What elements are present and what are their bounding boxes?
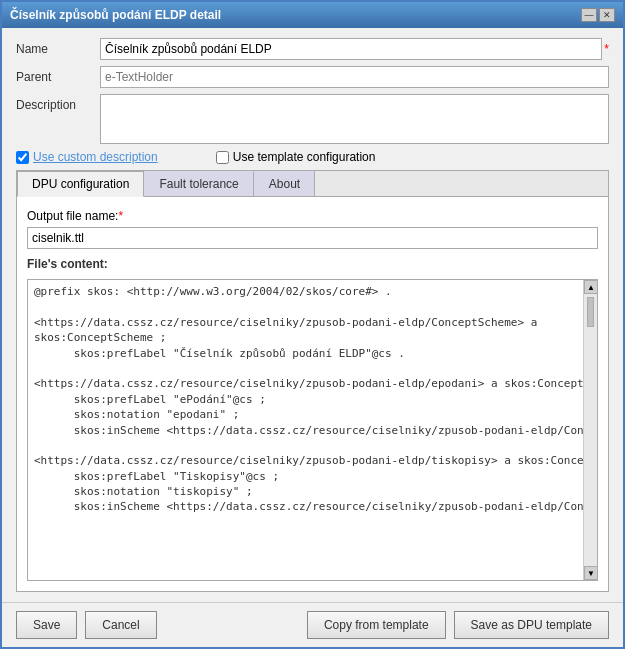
copy-from-template-button[interactable]: Copy from template — [307, 611, 446, 639]
footer-buttons: Save Cancel Copy from template Save as D… — [2, 602, 623, 647]
tab-content-dpu: Output file name:* File's content: ▲ ▼ — [17, 197, 608, 591]
output-filename-row: Output file name:* — [27, 209, 598, 249]
window-controls: — ✕ — [581, 8, 615, 22]
use-custom-desc-label[interactable]: Use custom description — [33, 150, 158, 164]
close-button[interactable]: ✕ — [599, 8, 615, 22]
name-label: Name — [16, 38, 94, 56]
name-input-wrapper: * — [100, 38, 609, 60]
save-as-dpu-template-button[interactable]: Save as DPU template — [454, 611, 609, 639]
minimize-button[interactable]: — — [581, 8, 597, 22]
parent-label: Parent — [16, 66, 94, 84]
tab-about[interactable]: About — [254, 171, 315, 196]
output-file-input[interactable] — [27, 227, 598, 249]
tabs-header: DPU configuration Fault tolerance About — [17, 171, 608, 197]
tabs-section: DPU configuration Fault tolerance About … — [16, 170, 609, 592]
content-area: Name * Parent Description Use custom des… — [2, 28, 623, 602]
titlebar: Číselník způsobů podání ELDP detail — ✕ — [2, 2, 623, 28]
output-required-star: * — [118, 209, 123, 223]
description-label: Description — [16, 94, 94, 112]
scrollbar-up-btn[interactable]: ▲ — [584, 280, 598, 294]
scrollbar-thumb[interactable] — [587, 297, 594, 327]
parent-input[interactable] — [100, 66, 609, 88]
description-row: Description — [16, 94, 609, 144]
content-textarea-wrapper: ▲ ▼ — [27, 279, 598, 581]
tab-fault-tolerance[interactable]: Fault tolerance — [144, 171, 253, 196]
cancel-button[interactable]: Cancel — [85, 611, 156, 639]
name-required-star: * — [602, 38, 609, 60]
name-row: Name * — [16, 38, 609, 60]
content-textarea[interactable] — [28, 280, 583, 580]
main-window: Číselník způsobů podání ELDP detail — ✕ … — [0, 0, 625, 649]
save-button[interactable]: Save — [16, 611, 77, 639]
scrollbar-track: ▲ ▼ — [583, 280, 597, 580]
checkboxes-row: Use custom description Use template conf… — [16, 150, 609, 164]
use-template-config-checkbox[interactable] — [216, 151, 229, 164]
scrollbar-down-btn[interactable]: ▼ — [584, 566, 598, 580]
parent-row: Parent — [16, 66, 609, 88]
output-file-label: Output file name:* — [27, 209, 598, 223]
use-template-config-label: Use template configuration — [233, 150, 376, 164]
use-custom-desc-checkbox[interactable] — [16, 151, 29, 164]
files-content-label: File's content: — [27, 257, 598, 271]
name-input[interactable] — [100, 38, 602, 60]
tab-dpu-configuration[interactable]: DPU configuration — [17, 171, 144, 197]
description-textarea[interactable] — [100, 94, 609, 144]
window-title: Číselník způsobů podání ELDP detail — [10, 8, 221, 22]
